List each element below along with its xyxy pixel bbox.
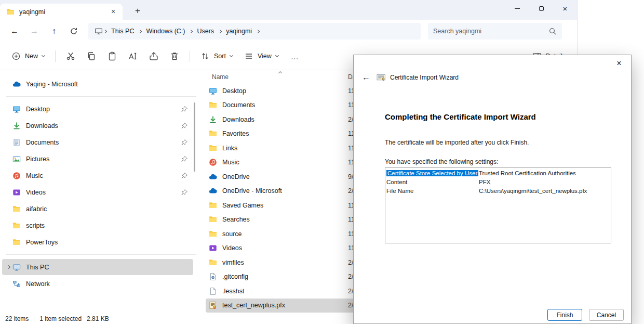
- file-name: .gitconfig: [222, 273, 248, 280]
- breadcrumb-separator-icon: [218, 29, 222, 33]
- cert-icon: [209, 301, 217, 309]
- column-header-name[interactable]: Name: [206, 70, 347, 84]
- certificate-import-wizard-dialog: × ← Certificate Import Wizard Completing…: [353, 55, 632, 324]
- new-button-label: New: [25, 53, 38, 60]
- status-bar-separator: [34, 316, 34, 322]
- config-icon: [209, 273, 217, 281]
- maximize-icon: [539, 6, 544, 11]
- search-icon[interactable]: [548, 27, 557, 35]
- breadcrumb-item-windows-c[interactable]: Windows (C:): [142, 28, 189, 35]
- folder-icon: [12, 222, 21, 230]
- address-bar[interactable]: This PCWindows (C:)Usersyaqingmi: [88, 23, 421, 40]
- file-name-cell: vimfiles: [206, 258, 347, 267]
- setting-key: Content: [386, 178, 478, 187]
- setting-row[interactable]: File NameC:\Users\yaqingmi\test_cert_new…: [385, 187, 611, 196]
- view-button-label: View: [258, 53, 272, 60]
- downloads-icon: [12, 122, 21, 130]
- sidebar-item-label: Documents: [26, 139, 177, 146]
- dialog-close-button[interactable]: ×: [611, 57, 627, 70]
- sort-ascending-icon: [278, 71, 282, 75]
- sidebar-item-documents[interactable]: Documents: [2, 134, 193, 150]
- file-name-cell: Favorites: [206, 129, 347, 138]
- this-pc-icon: [95, 27, 103, 35]
- wizard-description: The certificate will be imported after y…: [385, 139, 610, 146]
- folder-icon: [12, 238, 21, 247]
- sort-button[interactable]: Sort: [195, 47, 238, 66]
- tab-yaqingmi[interactable]: yaqingmi ×: [0, 4, 123, 20]
- onedrive-icon: [209, 187, 217, 195]
- sidebar-item-label: Pictures: [26, 155, 177, 163]
- file-name-cell: Documents: [206, 101, 347, 109]
- pin-icon: [181, 106, 188, 113]
- desktop-icon: [12, 105, 21, 113]
- chevron-down-icon: [275, 54, 279, 57]
- cut-button[interactable]: [61, 47, 81, 66]
- file-name: Searches: [222, 216, 250, 223]
- file-name: source: [222, 230, 242, 238]
- chevron-down-icon: [230, 54, 233, 57]
- new-button[interactable]: New: [6, 47, 50, 66]
- file-name: Videos: [222, 244, 242, 252]
- file-name: test_cert_newplus.pfx: [222, 302, 285, 309]
- file-name-cell: Music: [206, 158, 347, 166]
- cancel-button[interactable]: Cancel: [589, 309, 624, 321]
- new-tab-button[interactable]: +: [130, 4, 145, 19]
- dialog-back-button[interactable]: ←: [360, 73, 372, 82]
- pin-icon: [181, 189, 188, 196]
- close-button[interactable]: ×: [553, 0, 577, 17]
- back-button[interactable]: ←: [5, 23, 24, 39]
- search-box[interactable]: [428, 23, 562, 40]
- refresh-button[interactable]: [64, 23, 83, 39]
- setting-row[interactable]: ContentPFX: [385, 178, 611, 187]
- up-button[interactable]: ↑: [45, 23, 63, 39]
- sidebar-item-label: Network: [26, 280, 188, 288]
- selection-count: 1 item selected: [39, 315, 82, 322]
- setting-key: Certificate Store Selected by User: [386, 169, 478, 178]
- breadcrumb-item-this-pc[interactable]: This PC: [108, 28, 138, 35]
- file-name: Favorites: [222, 130, 249, 137]
- items-count: 22 items: [5, 315, 29, 322]
- paste-button[interactable]: [102, 47, 122, 66]
- trash-icon: [170, 51, 179, 61]
- search-input[interactable]: [433, 28, 548, 35]
- minimize-button[interactable]: [505, 0, 529, 17]
- view-button[interactable]: View: [239, 47, 284, 66]
- sidebar-scrollbar[interactable]: [194, 102, 195, 172]
- share-button[interactable]: [144, 47, 164, 66]
- tab-close-icon[interactable]: ×: [108, 7, 118, 17]
- sidebar-item-aifabric[interactable]: aifabric: [2, 201, 193, 217]
- forward-button[interactable]: →: [25, 23, 44, 39]
- sidebar-item-scripts[interactable]: scripts: [2, 217, 193, 234]
- dialog-titlebar[interactable]: ×: [354, 55, 631, 71]
- sidebar-item-network[interactable]: Network: [2, 276, 193, 292]
- wizard-header: ← Certificate Import Wizard: [354, 71, 631, 84]
- settings-list[interactable]: Certificate Store Selected by UserTruste…: [385, 167, 611, 243]
- delete-button[interactable]: [165, 47, 184, 66]
- sidebar-item-desktop[interactable]: Desktop: [2, 101, 193, 117]
- setting-row[interactable]: Certificate Store Selected by UserTruste…: [385, 169, 611, 178]
- more-options-button[interactable]: …: [285, 47, 305, 66]
- sidebar-item-this-pc[interactable]: This PC: [2, 259, 193, 275]
- desktop-icon: [209, 87, 217, 95]
- sidebar-item-onedrive[interactable]: Yaqing - Microsoft: [2, 76, 193, 92]
- share-icon: [149, 51, 158, 61]
- expand-chevron-icon[interactable]: [4, 266, 12, 268]
- sidebar-item-videos[interactable]: Videos: [2, 184, 193, 200]
- breadcrumb-item-users[interactable]: Users: [193, 28, 218, 35]
- sidebar-item-powertoys[interactable]: PowerToys: [2, 234, 193, 250]
- folder-icon: [12, 205, 21, 213]
- rename-button[interactable]: [123, 47, 143, 66]
- file-name-cell: Videos: [206, 244, 347, 252]
- finish-button[interactable]: Finish: [547, 309, 582, 321]
- sidebar-item-music[interactable]: Music: [2, 167, 193, 184]
- maximize-button[interactable]: [529, 0, 553, 17]
- sort-icon: [200, 51, 210, 61]
- sidebar-item-downloads[interactable]: Downloads: [2, 118, 193, 134]
- sidebar-item-pictures[interactable]: Pictures: [2, 151, 193, 167]
- documents-icon: [12, 138, 21, 147]
- breadcrumb-item-yaqingmi[interactable]: yaqingmi: [222, 28, 256, 35]
- sidebar-item-label: aifabric: [26, 205, 188, 213]
- minimize-icon: [515, 8, 520, 9]
- copy-button[interactable]: [82, 47, 101, 66]
- file-name: Documents: [222, 101, 255, 109]
